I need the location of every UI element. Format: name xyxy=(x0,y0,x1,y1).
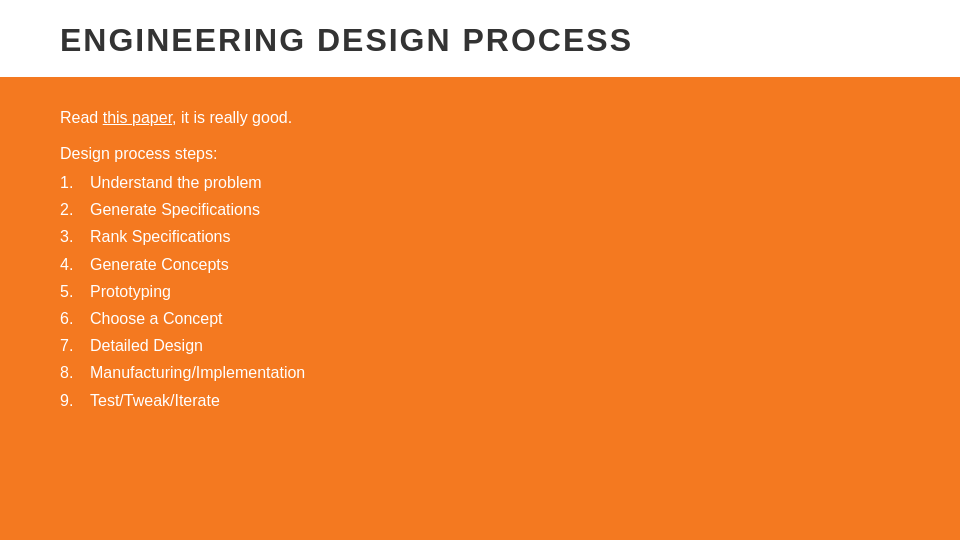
step-text: Generate Specifications xyxy=(90,196,260,223)
step-text: Manufacturing/Implementation xyxy=(90,359,305,386)
read-suffix: , it is really good. xyxy=(172,109,292,126)
steps-label: Design process steps: xyxy=(60,145,900,163)
list-item: 4.Generate Concepts xyxy=(60,251,900,278)
slide: ENGINEERING DESIGN PROCESS Read this pap… xyxy=(0,0,960,540)
step-text: Prototyping xyxy=(90,278,171,305)
list-item: 7.Detailed Design xyxy=(60,332,900,359)
step-number: 5. xyxy=(60,278,90,305)
step-number: 3. xyxy=(60,223,90,250)
step-number: 9. xyxy=(60,387,90,414)
step-number: 7. xyxy=(60,332,90,359)
step-text: Generate Concepts xyxy=(90,251,229,278)
list-item: 2.Generate Specifications xyxy=(60,196,900,223)
step-number: 6. xyxy=(60,305,90,332)
step-text: Test/Tweak/Iterate xyxy=(90,387,220,414)
list-item: 3.Rank Specifications xyxy=(60,223,900,250)
content-area: Read this paper, it is really good. Desi… xyxy=(0,81,960,540)
read-line: Read this paper, it is really good. xyxy=(60,109,900,127)
list-item: 9.Test/Tweak/Iterate xyxy=(60,387,900,414)
step-text: Choose a Concept xyxy=(90,305,223,332)
step-number: 2. xyxy=(60,196,90,223)
list-item: 8.Manufacturing/Implementation xyxy=(60,359,900,386)
read-prefix: Read xyxy=(60,109,103,126)
list-item: 5.Prototyping xyxy=(60,278,900,305)
list-item: 6.Choose a Concept xyxy=(60,305,900,332)
step-number: 8. xyxy=(60,359,90,386)
steps-list: 1.Understand the problem2.Generate Speci… xyxy=(60,169,900,414)
title-bar: ENGINEERING DESIGN PROCESS xyxy=(0,0,960,81)
step-number: 4. xyxy=(60,251,90,278)
this-paper-link[interactable]: this paper xyxy=(103,109,172,126)
step-text: Rank Specifications xyxy=(90,223,231,250)
step-text: Detailed Design xyxy=(90,332,203,359)
list-item: 1.Understand the problem xyxy=(60,169,900,196)
step-number: 1. xyxy=(60,169,90,196)
slide-title: ENGINEERING DESIGN PROCESS xyxy=(60,22,633,58)
step-text: Understand the problem xyxy=(90,169,262,196)
